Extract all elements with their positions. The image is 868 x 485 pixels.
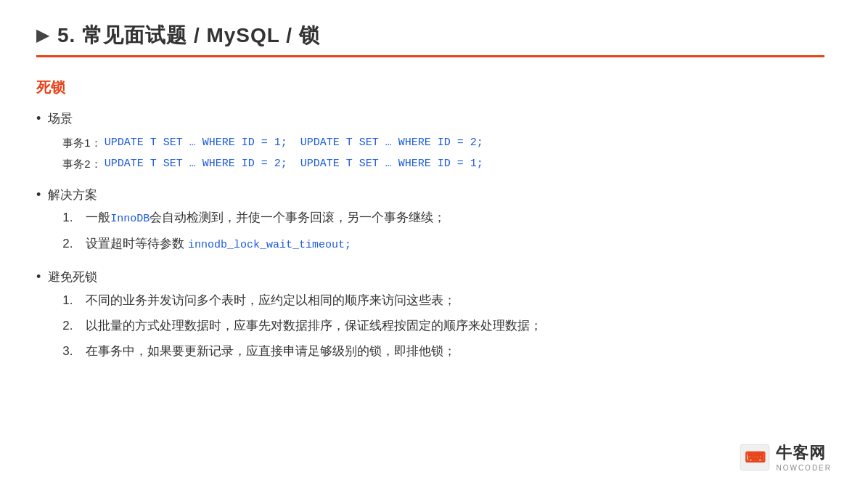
avoid-sub-list: 1. 不同的业务并发访问多个表时，应约定以相同的顺序来访问这些表； 2. 以批量… — [62, 290, 824, 362]
list-item-avoid: • 避免死锁 1. 不同的业务并发访问多个表时，应约定以相同的顺序来访问这些表；… — [36, 267, 824, 367]
innodb-inline-1: InnoDB — [110, 213, 150, 225]
tx2-label: 事务2： — [62, 154, 101, 174]
avoid-text-1: 不同的业务并发访问多个表时，应约定以相同的顺序来访问这些表； — [86, 290, 456, 310]
avoid-label: 避免死锁 — [48, 270, 97, 284]
page-title: 5. 常见面试题 / MySQL / 锁 — [57, 22, 320, 49]
sub-text-1: 一般InnoDB会自动检测到，并使一个事务回滚，另一个事务继续； — [86, 208, 446, 228]
list-item-scene: • 场景 事务1： UPDATE T SET … WHERE ID = 1; U… — [36, 109, 824, 178]
bullet-dot-2: • — [36, 185, 41, 205]
tx1-code: UPDATE T SET … WHERE ID = 1; UPDATE T SE… — [105, 133, 483, 152]
solution-item-1: 1. 一般InnoDB会自动检测到，并使一个事务回滚，另一个事务继续； — [62, 208, 824, 228]
bullet-dot-3: • — [36, 267, 41, 287]
code-line-1: 事务1： UPDATE T SET … WHERE ID = 1; UPDATE… — [62, 133, 483, 152]
bullet-dot-1: • — [36, 109, 41, 129]
scene-label: 场景 — [48, 112, 73, 126]
solution-item-2: 2. 设置超时等待参数 innodb_lock_wait_timeout; — [62, 234, 824, 254]
sub-num-1: 1. — [62, 208, 77, 227]
section-title: 死锁 — [36, 78, 824, 97]
sub-num-2: 2. — [62, 234, 77, 253]
code-line-2: 事务2： UPDATE T SET … WHERE ID = 2; UPDATE… — [62, 154, 483, 174]
main-list: • 场景 事务1： UPDATE T SET … WHERE ID = 1; U… — [36, 109, 824, 367]
scene-code-block: 事务1： UPDATE T SET … WHERE ID = 1; UPDATE… — [62, 133, 483, 174]
page-header: ▶ 5. 常见面试题 / MySQL / 锁 — [36, 22, 824, 49]
sub-text-2: 设置超时等待参数 innodb_lock_wait_timeout; — [86, 234, 351, 254]
tx1-label: 事务1： — [62, 133, 101, 152]
avoid-num-2: 2. — [62, 316, 77, 335]
header-arrow-icon: ▶ — [36, 26, 49, 45]
svg-text:⌨: ⌨ — [745, 449, 766, 465]
avoid-item-2: 2. 以批量的方式处理数据时，应事先对数据排序，保证线程按固定的顺序来处理数据； — [62, 316, 824, 335]
footer-text-block: 牛客网 NOWCODER — [776, 442, 832, 472]
timeout-param-code: innodb_lock_wait_timeout; — [188, 239, 351, 251]
nowcoder-icon: ⌨ — [740, 444, 770, 471]
avoid-item-3: 3. 在事务中，如果要更新记录，应直接申请足够级别的锁，即排他锁； — [62, 341, 824, 361]
footer-sub-text: NOWCODER — [776, 464, 832, 472]
avoid-item-1: 1. 不同的业务并发访问多个表时，应约定以相同的顺序来访问这些表； — [62, 290, 824, 310]
footer-logo: ⌨ — [740, 444, 770, 471]
tx2-code: UPDATE T SET … WHERE ID = 2; UPDATE T SE… — [105, 154, 483, 174]
footer: ⌨ 牛客网 NOWCODER — [740, 442, 832, 472]
avoid-text-3: 在事务中，如果要更新记录，应直接申请足够级别的锁，即排他锁； — [86, 341, 456, 361]
list-item-solution: • 解决方案 1. 一般InnoDB会自动检测到，并使一个事务回滚，另一个事务继… — [36, 185, 824, 260]
header-divider — [36, 55, 824, 57]
avoid-num-3: 3. — [62, 341, 77, 361]
page: ▶ 5. 常见面试题 / MySQL / 锁 死锁 • 场景 事务1： UPDA… — [0, 0, 868, 485]
solution-label: 解决方案 — [48, 188, 97, 202]
avoid-num-1: 1. — [62, 290, 77, 310]
solution-sub-list: 1. 一般InnoDB会自动检测到，并使一个事务回滚，另一个事务继续； 2. 设… — [62, 208, 824, 254]
avoid-text-2: 以批量的方式处理数据时，应事先对数据排序，保证线程按固定的顺序来处理数据； — [86, 316, 542, 335]
footer-brand-name: 牛客网 — [776, 442, 826, 464]
